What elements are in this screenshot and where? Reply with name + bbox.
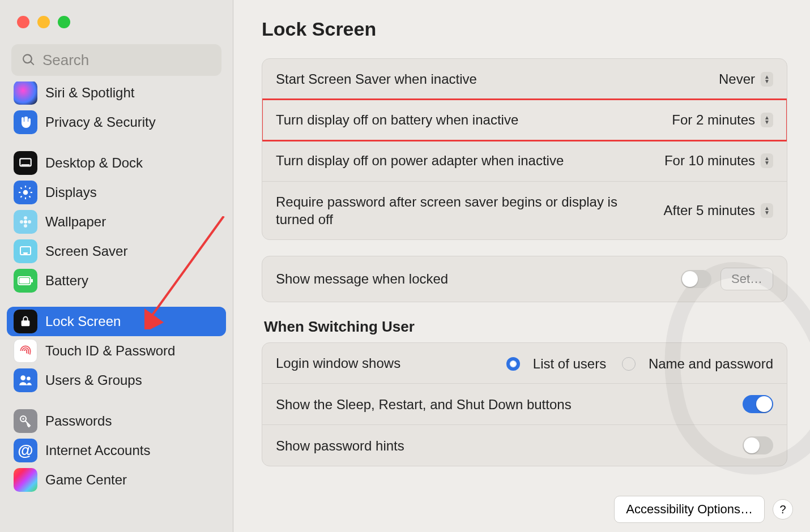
users-icon (14, 368, 37, 392)
settings-card-1: Start Screen Saver when inactive Never ▲… (262, 58, 787, 240)
settings-card-2: Show message when locked Set… (262, 256, 787, 302)
sidebar-item-internet-accounts[interactable]: @ Internet Accounts (7, 436, 226, 465)
row-login-window: Login window shows List of users Name an… (262, 343, 787, 384)
sidebar-item-users-groups[interactable]: Users & Groups (7, 366, 226, 395)
svg-point-14 (20, 220, 23, 224)
accessibility-options-button[interactable]: Accessibility Options… (614, 496, 765, 523)
sidebar-item-displays[interactable]: Displays (7, 178, 226, 207)
sidebar-item-label: Wallpaper (45, 214, 106, 230)
sidebar-item-passwords[interactable]: Passwords (7, 406, 226, 436)
window-controls (0, 0, 233, 28)
sidebar-item-privacy-security[interactable]: Privacy & Security (7, 108, 226, 137)
search-icon (22, 52, 36, 68)
siri-icon (14, 81, 37, 105)
battery-icon (14, 269, 37, 293)
row-display-off-adapter: Turn display off on power adapter when i… (262, 140, 787, 181)
row-label: Start Screen Saver when inactive (276, 70, 477, 88)
svg-line-9 (20, 196, 22, 198)
sidebar-item-lock-screen[interactable]: Lock Screen (7, 307, 226, 336)
dropdown-display-adapter[interactable]: For 10 minutes ▲▼ (664, 153, 773, 169)
set-message-button[interactable]: Set… (721, 268, 773, 290)
svg-point-11 (24, 220, 27, 224)
sidebar-item-label: Lock Screen (45, 314, 121, 329)
help-button[interactable]: ? (773, 499, 793, 520)
page-title: Lock Screen (262, 18, 787, 40)
dropdown-value: For 10 minutes (664, 153, 755, 169)
at-sign-icon: @ (14, 439, 37, 462)
row-label: Turn display off on power adapter when i… (276, 152, 564, 169)
flower-icon (14, 210, 37, 234)
dock-icon (14, 151, 37, 175)
dropdown-require-password[interactable]: After 5 minutes ▲▼ (664, 203, 773, 218)
toggle-password-hints[interactable] (743, 436, 773, 454)
sidebar-item-game-center[interactable]: Game Center (7, 465, 226, 495)
chevron-updown-icon: ▲▼ (761, 113, 773, 127)
row-require-password: Require password after screen saver begi… (262, 182, 787, 239)
sidebar-item-label: Touch ID & Password (45, 343, 175, 359)
row-show-message: Show message when locked Set… (262, 256, 787, 302)
screensaver-icon (14, 239, 37, 263)
dropdown-screensaver[interactable]: Never ▲▼ (719, 71, 773, 87)
svg-rect-18 (19, 278, 29, 284)
radio-label: Name and password (649, 356, 773, 371)
radio-icon (506, 357, 520, 371)
row-label: Show password hints (276, 437, 404, 454)
sidebar-item-desktop-dock[interactable]: Desktop & Dock (7, 148, 226, 178)
fingerprint-icon (14, 339, 37, 363)
radio-list-of-users[interactable]: List of users (506, 355, 606, 372)
sidebar: Siri & Spotlight Privacy & Security Desk… (0, 0, 233, 532)
svg-line-7 (20, 187, 22, 188)
sidebar-item-touch-id-password[interactable]: Touch ID & Password (7, 336, 226, 366)
game-center-icon (14, 468, 37, 492)
chevron-updown-icon: ▲▼ (761, 203, 773, 218)
sidebar-item-label: Desktop & Dock (45, 155, 143, 171)
svg-point-13 (24, 224, 27, 228)
dropdown-value: After 5 minutes (664, 203, 755, 218)
radio-label: List of users (533, 356, 606, 371)
dropdown-value: Never (719, 71, 755, 87)
svg-point-20 (20, 375, 25, 380)
row-label: Require password after screen saver begi… (276, 193, 638, 228)
radio-name-and-password[interactable]: Name and password (622, 355, 773, 372)
dropdown-display-battery[interactable]: For 2 minutes ▲▼ (672, 112, 773, 128)
search-field[interactable] (11, 44, 221, 76)
key-icon (14, 409, 37, 433)
sidebar-item-siri-spotlight[interactable]: Siri & Spotlight (7, 81, 226, 108)
minimize-window-button[interactable] (37, 16, 50, 28)
row-sleep-restart-shutdown: Show the Sleep, Restart, and Shut Down b… (262, 384, 787, 425)
settings-card-3: Login window shows List of users Name an… (262, 342, 787, 466)
toggle-show-message[interactable] (681, 270, 711, 288)
svg-rect-1 (21, 164, 29, 165)
sidebar-item-label: Privacy & Security (45, 114, 156, 130)
sidebar-item-label: Internet Accounts (45, 443, 150, 458)
main-panel: Lock Screen Start Screen Saver when inac… (233, 0, 810, 532)
search-input[interactable] (42, 52, 211, 69)
row-password-hints: Show password hints (262, 425, 787, 466)
sidebar-item-label: Users & Groups (45, 372, 142, 388)
section-switching-user-title: When Switching User (264, 318, 787, 336)
close-window-button[interactable] (17, 16, 29, 28)
sidebar-item-label: Siri & Spotlight (45, 85, 134, 101)
sidebar-item-label: Battery (45, 273, 88, 289)
sidebar-item-label: Passwords (45, 413, 112, 429)
sidebar-item-battery[interactable]: Battery (7, 266, 226, 295)
radio-icon (622, 357, 636, 371)
row-label: Show the Sleep, Restart, and Shut Down b… (276, 396, 572, 413)
sidebar-item-screen-saver[interactable]: Screen Saver (7, 237, 226, 266)
fullscreen-window-button[interactable] (58, 16, 70, 28)
row-display-off-battery: Turn display off on battery when inactiv… (262, 100, 787, 140)
svg-rect-19 (31, 279, 33, 282)
sidebar-item-wallpaper[interactable]: Wallpaper (7, 207, 226, 237)
sun-icon (14, 181, 37, 204)
svg-point-15 (28, 220, 31, 224)
lock-icon (14, 310, 37, 333)
toggle-sleep-buttons[interactable] (743, 395, 773, 413)
svg-point-23 (23, 418, 24, 420)
chevron-updown-icon: ▲▼ (761, 153, 773, 168)
svg-point-2 (23, 190, 28, 195)
sidebar-nav: Siri & Spotlight Privacy & Security Desk… (0, 81, 233, 506)
svg-point-12 (24, 216, 27, 220)
row-screensaver: Start Screen Saver when inactive Never ▲… (262, 59, 787, 100)
sidebar-item-label: Displays (45, 185, 97, 200)
dropdown-value: For 2 minutes (672, 112, 755, 128)
